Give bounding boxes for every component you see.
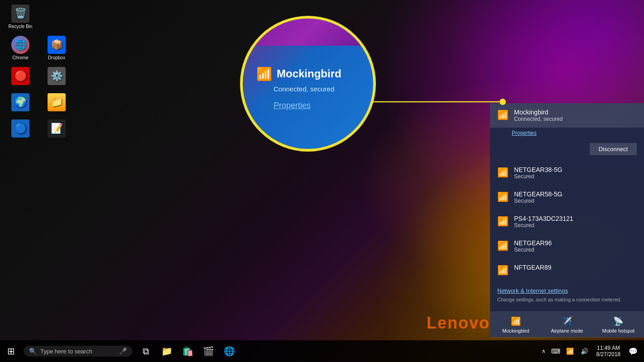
- magnifier-content: 📶 Mockingbird Connected, secured Propert…: [256, 67, 341, 110]
- ps4-name: PS4-173A3DC23121: [514, 215, 573, 222]
- disconnect-row: Disconnect: [490, 140, 644, 161]
- desktop-icon-folder[interactable]: 📁: [41, 93, 72, 113]
- connected-network-status: Connected, secured: [514, 116, 562, 122]
- taskbar-apps: ⧉ 📁 🛍️ 🎬 🌐: [136, 341, 239, 361]
- network-icon[interactable]: 📶: [564, 341, 577, 361]
- panel-hotspot-button[interactable]: 📡 Mobile hotspot: [593, 312, 644, 338]
- panel-airplane-button[interactable]: ✈️ Airplane mode: [541, 312, 592, 338]
- wifi-item-ps4[interactable]: 📶 PS4-173A3DC23121 Secured: [490, 210, 644, 234]
- search-text: Type here to search: [40, 348, 92, 355]
- volume-icon[interactable]: 🔊: [578, 341, 591, 361]
- wifi-icon-nftgear89: 📶: [497, 265, 509, 276]
- network-settings-link[interactable]: Network & Internet settings: [490, 286, 644, 296]
- clock-date: 8/27/2018: [596, 351, 620, 357]
- desktop-icon-app3[interactable]: 🌍: [5, 93, 36, 113]
- lenovo-watermark: Lenovo: [427, 314, 490, 333]
- wifi-item-netgear58[interactable]: 📶 NETGEAR58-5G Secured: [490, 185, 644, 210]
- panel-wifi-button[interactable]: 📶 Mockingbird: [490, 312, 541, 338]
- disconnect-button[interactable]: Disconnect: [590, 143, 637, 155]
- panel-bottom-icons: 📶 Mockingbird ✈️ Airplane mode 📡 Mobile …: [490, 311, 644, 338]
- magnifier-wifi-icon: 📶: [256, 67, 272, 81]
- search-box[interactable]: 🔍 Type here to search 🎤: [24, 346, 132, 357]
- desktop-icon-dropbox[interactable]: 📦 Dropbox: [41, 36, 72, 60]
- wifi-item-nftgear89[interactable]: 📶 NFTGEAR89: [490, 258, 644, 281]
- properties-link[interactable]: Properties: [512, 130, 537, 136]
- panel-bottom-section: Network & Internet settings Change setti…: [490, 281, 644, 311]
- taskbar-chrome[interactable]: 🌐: [219, 341, 239, 361]
- wifi-connected-icon: 📶: [497, 110, 509, 120]
- clock-time: 11:49 AM: [597, 345, 620, 351]
- netgear96-status: Secured: [514, 247, 552, 253]
- netgear38-status: Secured: [514, 173, 562, 180]
- netgear38-name: NETGEAR38-5G: [514, 166, 562, 173]
- netgear96-name: NETGEAR96: [514, 239, 552, 247]
- desktop-icon-app1[interactable]: 🔴: [5, 67, 36, 86]
- connected-network-name: Mockingbird: [514, 109, 562, 116]
- taskbar-store[interactable]: 🛍️: [178, 341, 197, 361]
- netgear58-name: NETGEAR58-5G: [514, 191, 562, 198]
- taskbar-chevron[interactable]: ∧: [540, 348, 548, 354]
- search-icon: 🔍: [29, 348, 37, 355]
- wifi-icon-netgear58: 📶: [497, 191, 509, 202]
- network-settings-desc: Change settings, such as making a connec…: [490, 296, 644, 307]
- desktop-icon-app2[interactable]: ⚙️: [41, 67, 72, 86]
- panel-wifi-icon: 📶: [511, 316, 521, 326]
- wifi-item-netgear38[interactable]: 📶 NETGEAR38-5G Secured: [490, 161, 644, 185]
- taskbar-right: ∧ ⌨ 📶 🔊 11:49 AM 8/27/2018 💬: [540, 341, 644, 361]
- taskbar-clock[interactable]: 11:49 AM 8/27/2018: [593, 341, 624, 361]
- desktop-icon-script[interactable]: 📝: [41, 119, 72, 139]
- taskbar-task-view[interactable]: ⧉: [136, 341, 156, 361]
- keyboard-icon[interactable]: ⌨: [549, 341, 562, 361]
- taskbar-vlc[interactable]: 🎬: [198, 341, 218, 361]
- magnifier-properties-link[interactable]: Properties: [274, 101, 311, 110]
- start-button[interactable]: ⊞: [0, 340, 22, 362]
- magnifier-network-status: Connected, secured: [274, 85, 341, 93]
- taskbar: ⊞ 🔍 Type here to search 🎤 ⧉ 📁 🛍️ 🎬 🌐 ∧ ⌨…: [0, 340, 644, 362]
- panel-hotspot-icon: 📡: [613, 316, 623, 326]
- wifi-icon-netgear38: 📶: [497, 167, 509, 178]
- desktop-icon-app4[interactable]: 🔵: [5, 119, 36, 139]
- wifi-item-netgear96[interactable]: 📶 NETGEAR96 Secured: [490, 234, 644, 258]
- wifi-icon-ps4: 📶: [497, 216, 509, 227]
- magnifier-network-name: Mockingbird: [277, 67, 341, 80]
- desktop-icon-chrome[interactable]: 🌐 Chrome: [5, 36, 36, 60]
- magnifier-top-gradient: [243, 19, 373, 46]
- nftgear89-name: NFTGEAR89: [514, 264, 551, 271]
- panel-airplane-icon: ✈️: [562, 316, 572, 326]
- magnifier-callout: 📶 Mockingbird Connected, secured Propert…: [240, 16, 376, 152]
- wifi-icon-netgear96: 📶: [497, 240, 509, 251]
- wifi-panel: 📶 Mockingbird Connected, secured Propert…: [490, 103, 644, 337]
- taskbar-file-explorer[interactable]: 📁: [157, 341, 177, 361]
- properties-row: Properties: [490, 128, 644, 140]
- desktop-icon-recycle[interactable]: 🗑️ Recycle Bin: [5, 5, 36, 29]
- mic-icon: 🎤: [119, 348, 127, 355]
- netgear58-status: Secured: [514, 198, 562, 204]
- wifi-connected-item[interactable]: 📶 Mockingbird Connected, secured: [490, 103, 644, 128]
- notification-button[interactable]: 💬: [626, 341, 640, 361]
- ps4-status: Secured: [514, 222, 573, 229]
- desktop-icons: 🗑️ Recycle Bin 🌐 Chrome 📦 Dropbox 🔴 ⚙️ 🌍…: [5, 5, 72, 139]
